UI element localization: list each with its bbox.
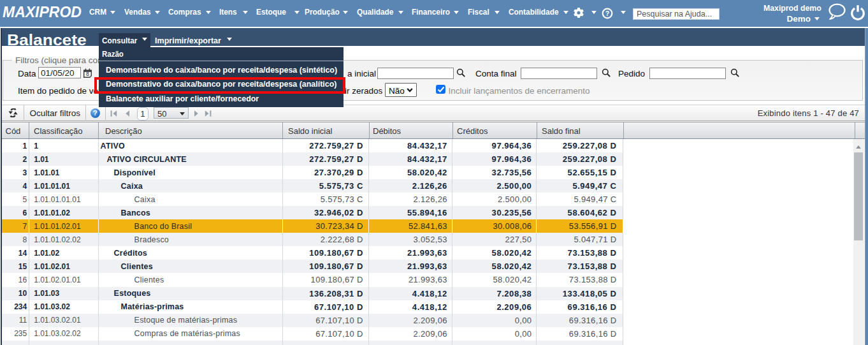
svg-text:8: 8 <box>85 71 89 77</box>
svg-text:?: ? <box>605 10 609 17</box>
